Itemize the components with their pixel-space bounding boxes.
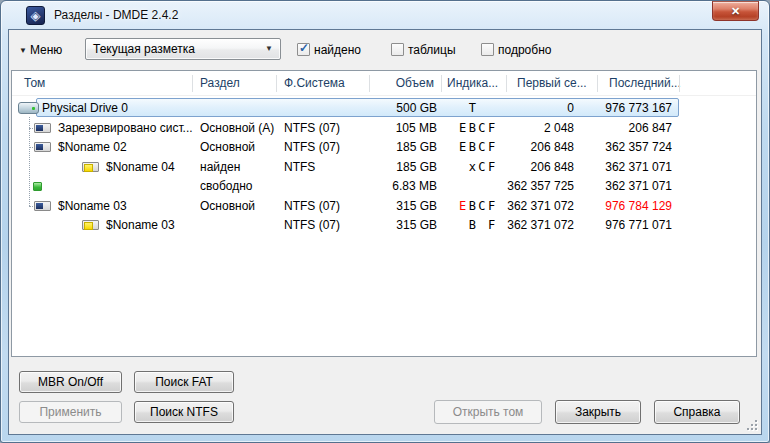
indicator-char: C xyxy=(478,199,488,213)
checkbox-label: подробно xyxy=(498,43,551,57)
cell-size: 185 GB xyxy=(369,137,437,157)
indicator-char: T xyxy=(469,101,479,115)
cell-filesystem xyxy=(284,98,366,118)
indicator-char: B xyxy=(469,140,479,154)
checkbox-details[interactable]: ✓подробно xyxy=(481,43,551,57)
volume-name: $Noname 04 xyxy=(106,157,175,177)
indicator-char: x xyxy=(469,160,479,174)
cell-indicators: EBCF xyxy=(459,118,509,138)
indicator-char: F xyxy=(488,199,498,213)
checkbox-label: таблицы xyxy=(408,43,456,57)
cell-last-sector: 362 357 724 xyxy=(597,137,672,157)
menu-button[interactable]: ▼Меню xyxy=(19,43,62,57)
apply-button[interactable]: Применить xyxy=(19,401,122,423)
cell-first-sector: 206 848 xyxy=(506,137,574,157)
search-fat-button[interactable]: Поиск FAT xyxy=(134,371,234,393)
resize-grip[interactable] xyxy=(745,418,757,430)
app-icon: ◈ xyxy=(26,6,45,25)
check-icon: ✓ xyxy=(299,41,309,55)
indicator-char xyxy=(459,160,469,174)
volume-name: $Noname 03 xyxy=(58,196,127,216)
checkbox-found[interactable]: ✓найдено xyxy=(297,43,361,57)
table-row[interactable]: Physical Drive 0 500 GB T 0 976 773 167 xyxy=(12,98,756,118)
cell-filesystem: NTFS (07) xyxy=(284,118,366,138)
cell-filesystem: NTFS (07) xyxy=(284,215,366,235)
cell-first-sector: 0 xyxy=(506,98,574,118)
indicator-char: F xyxy=(488,121,498,135)
header-divider xyxy=(276,75,277,92)
checkbox-label: найдено xyxy=(314,43,361,57)
indicator-char xyxy=(478,218,488,232)
chevron-down-icon: ▼ xyxy=(19,46,27,55)
column-header-6[interactable]: Первый се... xyxy=(517,71,593,95)
column-header-5[interactable]: Индика... xyxy=(447,71,503,95)
header-divider xyxy=(679,75,680,92)
table-row[interactable]: Зарезервировано сист... Основной (A) NTF… xyxy=(12,118,756,138)
mbr-on-off-button[interactable]: MBR On/Off xyxy=(19,371,122,393)
drive-icon xyxy=(18,102,39,114)
table-row[interactable]: $Noname 03 NTFS (07) 315 GB B F 362 371 … xyxy=(12,215,756,235)
cell-indicators: EBCF xyxy=(459,137,509,157)
layout-select-value: Текущая разметка xyxy=(93,42,195,56)
column-header-3[interactable]: Ф.Система xyxy=(284,71,362,95)
close-button[interactable]: ✕ xyxy=(712,1,759,21)
checkbox-box: ✓ xyxy=(481,43,494,56)
cell-size: 315 GB xyxy=(369,196,437,216)
title-bar[interactable]: ◈ Разделы - DMDE 2.4.2 ✕ xyxy=(1,1,769,29)
column-header-2[interactable]: Раздел xyxy=(200,71,270,95)
partition-icon xyxy=(34,142,51,152)
cell-filesystem: NTFS (07) xyxy=(284,196,366,216)
open-volume-button[interactable]: Открыть том xyxy=(434,400,542,424)
column-header-7[interactable]: Последний... xyxy=(609,71,677,95)
cell-partition: свободно xyxy=(200,176,280,196)
layout-select[interactable]: Текущая разметка ▼ xyxy=(85,38,281,60)
indicator-char: E xyxy=(459,121,469,135)
cell-first-sector: 362 371 072 xyxy=(506,215,574,235)
indicator-char: E xyxy=(459,199,469,213)
cell-last-sector: 362 371 071 xyxy=(597,157,672,177)
cell-last-sector: 976 773 167 xyxy=(597,98,672,118)
search-ntfs-button[interactable]: Поиск NTFS xyxy=(134,401,234,423)
cell-indicators: T xyxy=(459,98,509,118)
indicator-char: C xyxy=(478,160,488,174)
indicator-char xyxy=(459,218,469,232)
table-row[interactable]: $Noname 02 Основной NTFS (07) 185 GB EBC… xyxy=(12,137,756,157)
cell-last-sector: 976 784 129 xyxy=(597,196,672,216)
indicator-char: B xyxy=(469,199,479,213)
indicator-char: C xyxy=(478,140,488,154)
cell-indicators: EBCF xyxy=(459,196,509,216)
cell-size: 315 GB xyxy=(369,215,437,235)
table-header: ТомРазделФ.СистемаОбъемИндика...Первый с… xyxy=(12,71,756,96)
cell-last-sector: 362 371 071 xyxy=(597,176,672,196)
table-row[interactable]: $Noname 03 Основной NTFS (07) 315 GB EBC… xyxy=(12,196,756,216)
close-dialog-button[interactable]: Закрыть xyxy=(555,400,641,424)
free-icon xyxy=(33,182,42,191)
cell-partition xyxy=(200,215,280,235)
indicator-char: B xyxy=(469,121,479,135)
dmde-partitions-window: ◈ Разделы - DMDE 2.4.2 ✕ ▼Меню Текущая р… xyxy=(0,0,770,443)
column-header-4[interactable]: Объем xyxy=(369,71,434,95)
help-button[interactable]: Справка xyxy=(654,400,740,424)
header-divider xyxy=(597,75,598,92)
checkbox-box: ✓ xyxy=(391,43,404,56)
column-header-1[interactable]: Том xyxy=(24,71,184,95)
window-title: Разделы - DMDE 2.4.2 xyxy=(54,8,178,22)
volume-name: Physical Drive 0 xyxy=(42,98,128,118)
indicator-char: E xyxy=(459,140,469,154)
header-divider xyxy=(506,75,507,92)
cell-filesystem: NTFS (07) xyxy=(284,137,366,157)
folder-icon xyxy=(82,220,99,230)
cell-partition: Основной xyxy=(200,137,280,157)
folder-icon xyxy=(82,162,99,172)
table-row[interactable]: $Noname 04 найден NTFS 185 GB xCF 206 84… xyxy=(12,157,756,177)
partition-icon xyxy=(34,123,51,133)
checkbox-box: ✓ xyxy=(297,43,310,56)
table-row[interactable]: свободно 6.83 MB 362 357 725 362 371 071 xyxy=(12,176,756,196)
indicator-char: F xyxy=(488,140,498,154)
menu-button-label: Меню xyxy=(30,43,62,57)
header-divider xyxy=(441,75,442,92)
combo-arrow-icon: ▼ xyxy=(265,39,273,59)
checkbox-tables[interactable]: ✓таблицы xyxy=(391,43,456,57)
cell-filesystem: NTFS xyxy=(284,157,366,177)
cell-indicators xyxy=(459,176,509,196)
